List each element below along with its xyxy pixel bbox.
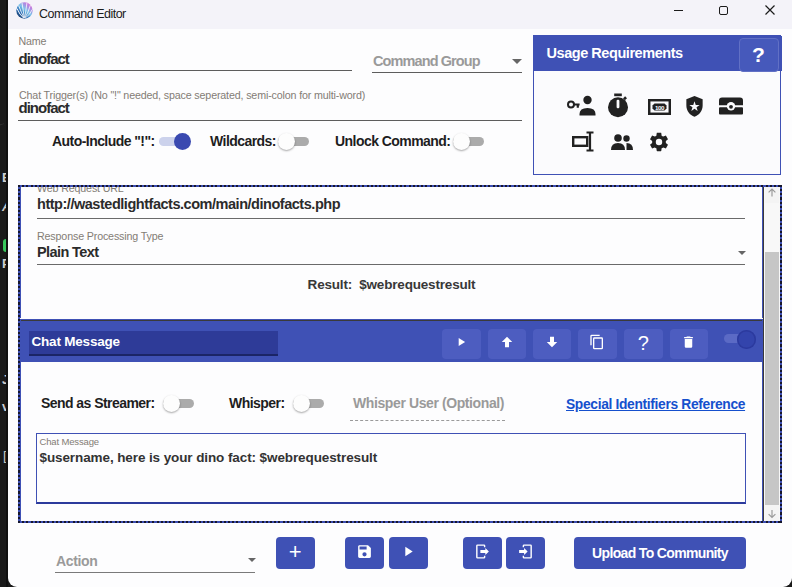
svg-text:100: 100 xyxy=(654,103,664,110)
